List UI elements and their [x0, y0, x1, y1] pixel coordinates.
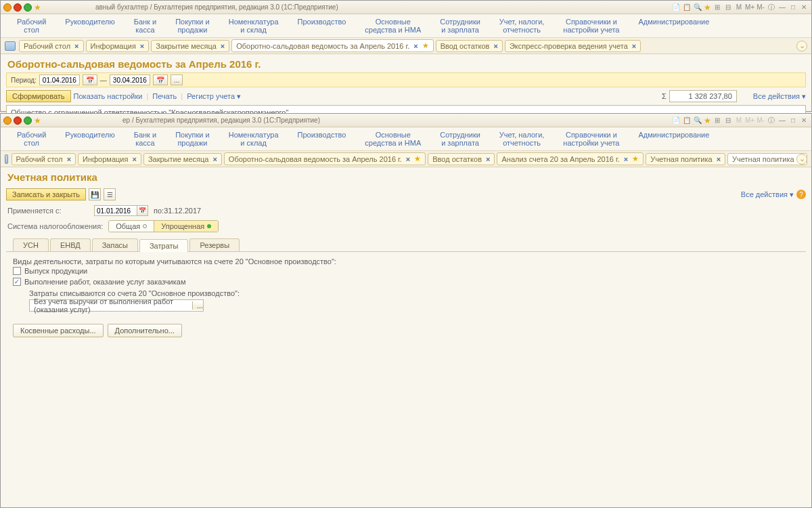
tab-close-icon[interactable]: ×: [486, 155, 490, 163]
subtab-costs[interactable]: Затраты: [139, 239, 189, 252]
tab-closing[interactable]: Закрытие месяца×: [143, 153, 222, 165]
menu-tax[interactable]: Учет, налоги, отчетность: [490, 16, 554, 36]
tab-info[interactable]: Информация×: [86, 40, 150, 52]
checkbox-production[interactable]: [13, 267, 21, 275]
menu-assets[interactable]: Основные средства и НМА: [355, 129, 430, 149]
subtab-envd[interactable]: ЕНВД: [50, 238, 91, 251]
tab-close-icon[interactable]: ×: [132, 155, 136, 163]
menu-manager[interactable]: Руководителю: [55, 129, 124, 149]
tab-balances[interactable]: Ввод остатков×: [436, 40, 503, 52]
menu-bank[interactable]: Банк и касса: [125, 129, 166, 149]
tab-policy-active[interactable]: Учетная политика×: [727, 153, 807, 165]
tab-report[interactable]: Оборотно-сальдовая ведомость за Апрель 2…: [224, 152, 426, 165]
menu-employees[interactable]: Сотрудники и зарплата: [430, 129, 490, 149]
menu-employees[interactable]: Сотрудники и зарплата: [430, 16, 490, 36]
menu-refs[interactable]: Справочники и настройки учета: [554, 129, 629, 149]
calendar-icon[interactable]: 📅: [137, 205, 148, 216]
calendar-icon[interactable]: 📅: [153, 75, 168, 85]
info-icon[interactable]: ⓘ: [767, 116, 776, 125]
toolbar-icon[interactable]: 📄: [671, 116, 681, 125]
tab-desktop[interactable]: Рабочий стол×: [12, 153, 76, 165]
menu-production[interactable]: Производство: [288, 16, 356, 36]
menu-manager[interactable]: Руководителю: [55, 16, 124, 36]
help-icon[interactable]: ?: [796, 190, 806, 199]
menu-assets[interactable]: Основные средства и НМА: [355, 16, 430, 36]
date-from-input[interactable]: [39, 75, 80, 85]
tab-policy[interactable]: Учетная политика×: [646, 153, 725, 165]
menu-sales[interactable]: Покупки и продажи: [166, 16, 219, 36]
tab-close-icon[interactable]: ×: [624, 155, 628, 163]
tab-info[interactable]: Информация×: [78, 153, 141, 165]
save-close-button[interactable]: Записать и закрыть: [6, 188, 86, 200]
tab-close-icon[interactable]: ×: [74, 42, 78, 50]
tab-balances[interactable]: Ввод остатков×: [428, 153, 495, 165]
favorite-icon[interactable]: ★: [34, 116, 41, 125]
star-icon[interactable]: ★: [632, 154, 639, 163]
tab-desktop[interactable]: Рабочий стол×: [19, 40, 84, 52]
register-link[interactable]: Регистр учета ▾: [187, 92, 241, 101]
tabs-expand-icon[interactable]: ⌄: [796, 154, 807, 165]
menu-admin[interactable]: Администрирование: [629, 129, 719, 149]
maximize-icon[interactable]: □: [788, 3, 798, 12]
toolbar-icon[interactable]: ⊞: [713, 116, 722, 125]
applies-date-input[interactable]: [94, 205, 137, 216]
toolbar-icon[interactable]: ⊟: [723, 3, 733, 12]
structure-icon[interactable]: ☰: [104, 188, 116, 200]
menu-production[interactable]: Производство: [288, 129, 356, 149]
calendar-icon[interactable]: 📅: [83, 75, 97, 85]
star-icon[interactable]: ★: [704, 3, 711, 12]
tab-close-icon[interactable]: ×: [140, 42, 144, 50]
calc-mplus[interactable]: M+: [745, 3, 754, 12]
tab-close-icon[interactable]: ×: [717, 155, 721, 163]
menu-sales[interactable]: Покупки и продажи: [166, 129, 219, 149]
menu-admin[interactable]: Администрирование: [629, 16, 719, 36]
minimize-icon[interactable]: —: [777, 3, 787, 12]
toolbar-icon[interactable]: 📄: [671, 3, 681, 12]
minimize-icon[interactable]: —: [777, 116, 787, 125]
menu-stock[interactable]: Номенклатура и склад: [219, 16, 288, 36]
info-icon[interactable]: ⓘ: [767, 3, 776, 12]
toolbar-icon[interactable]: 🔍: [693, 116, 702, 125]
tab-analysis[interactable]: Анализ счета 20 за Апрель 2016 г.×★: [497, 152, 644, 165]
menu-desktop[interactable]: Рабочий стол: [7, 16, 55, 36]
print-link[interactable]: Печать: [152, 92, 177, 100]
desktop-icon[interactable]: [5, 41, 16, 51]
close-icon[interactable]: ✕: [799, 116, 809, 125]
menu-tax[interactable]: Учет, налоги, отчетность: [490, 129, 554, 149]
all-actions-link[interactable]: Все действия ▾: [753, 92, 806, 101]
calc-m[interactable]: M: [734, 3, 744, 12]
period-picker-icon[interactable]: ...: [171, 75, 183, 85]
star-icon[interactable]: ★: [414, 154, 421, 163]
tab-close-icon[interactable]: ×: [632, 42, 636, 50]
save-icon[interactable]: 💾: [89, 188, 101, 200]
indirect-costs-button[interactable]: Косвенные расходы...: [13, 324, 104, 337]
all-actions-link[interactable]: Все действия ▾: [741, 190, 794, 199]
star-icon[interactable]: ★: [704, 116, 711, 125]
menu-bank[interactable]: Банк и касса: [125, 16, 166, 36]
desktop-icon[interactable]: [5, 154, 8, 164]
menu-stock[interactable]: Номенклатура и склад: [219, 129, 288, 149]
favorite-icon[interactable]: ★: [34, 3, 41, 12]
checkbox-services[interactable]: ✓: [13, 278, 21, 286]
toolbar-icon[interactable]: 📋: [682, 3, 692, 12]
additional-button[interactable]: Дополнительно...: [108, 324, 182, 337]
sum-field[interactable]: 1 328 237,80: [669, 90, 737, 102]
form-report-button[interactable]: Сформировать: [6, 90, 71, 102]
date-to-input[interactable]: [110, 75, 150, 85]
tab-close-icon[interactable]: ×: [406, 155, 410, 163]
show-settings-link[interactable]: Показать настройки: [74, 92, 143, 100]
calc-mminus[interactable]: M-: [756, 3, 765, 12]
tab-report[interactable]: Оборотно-сальдовая ведомость за Апрель 2…: [231, 39, 433, 52]
close-icon[interactable]: ✕: [799, 3, 809, 12]
maximize-icon[interactable]: □: [788, 116, 798, 125]
tab-close-icon[interactable]: ×: [221, 42, 225, 50]
tab-close-icon[interactable]: ×: [212, 155, 217, 163]
subtab-reserves[interactable]: Резервы: [189, 238, 240, 251]
tab-close-icon[interactable]: ×: [413, 42, 418, 50]
subtab-stock[interactable]: Запасы: [92, 238, 138, 251]
tab-close-icon[interactable]: ×: [493, 42, 497, 50]
toolbar-icon[interactable]: ⊟: [723, 116, 733, 125]
toolbar-icon[interactable]: ⊞: [713, 3, 722, 12]
menu-refs[interactable]: Справочники и настройки учета: [554, 16, 629, 36]
tab-express[interactable]: Экспресс-проверка ведения учета×: [505, 40, 641, 52]
